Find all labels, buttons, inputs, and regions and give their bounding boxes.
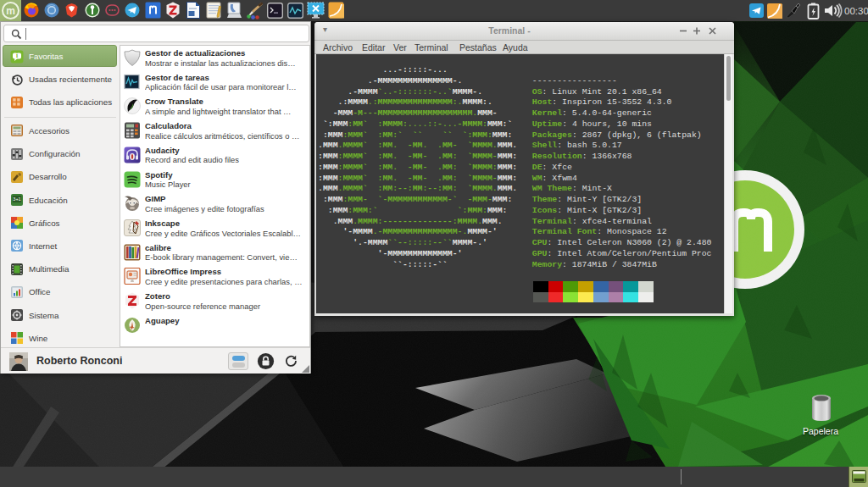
svg-text:m: m — [6, 5, 15, 17]
svg-text:i: i — [16, 52, 18, 59]
svg-text:3+1: 3+1 — [13, 196, 20, 202]
